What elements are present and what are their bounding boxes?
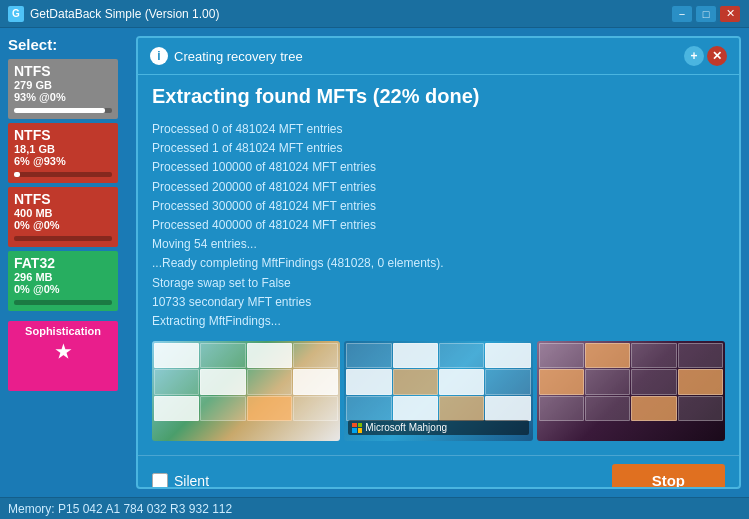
dialog-header-label: Creating recovery tree xyxy=(174,49,303,64)
select-label: Select: xyxy=(8,36,128,53)
stop-button[interactable]: Stop xyxy=(612,464,725,489)
dialog-close-button[interactable]: ✕ xyxy=(707,46,727,66)
drive-type: NTFS xyxy=(14,191,112,207)
log-line: Processed 100000 of 481024 MFT entries xyxy=(152,158,725,177)
sophistication-label: Sophistication xyxy=(14,325,112,337)
ms-logo-icon xyxy=(352,423,362,433)
info-icon: i xyxy=(150,47,168,65)
app-title: GetDataBack Simple (Version 1.00) xyxy=(30,7,219,21)
log-line: Extracting MftFindings... xyxy=(152,312,725,331)
drive-ntfs-1[interactable]: NTFS 279 GB 93% @0% xyxy=(8,59,118,119)
log-line: ...Ready completing MftFindings (481028,… xyxy=(152,254,725,273)
silent-checkbox-input[interactable] xyxy=(152,473,168,489)
log-line: Processed 400000 of 481024 MFT entries xyxy=(152,216,725,235)
drive-fat32[interactable]: FAT32 296 MB 0% @0% xyxy=(8,251,118,311)
thumbnail-2: Microsoft Mahjong xyxy=(344,341,532,441)
log-line: Processed 1 of 481024 MFT entries xyxy=(152,139,725,158)
status-bar: Memory: P15 042 A1 784 032 R3 932 112 xyxy=(0,497,749,519)
thumbnails-area: Microsoft Mahjong xyxy=(152,341,725,441)
drive-ntfs-2[interactable]: NTFS 18,1 GB 6% @93% xyxy=(8,123,118,183)
drive-pct: 0% @0% xyxy=(14,219,112,231)
memory-status: Memory: P15 042 A1 784 032 R3 932 112 xyxy=(8,502,232,516)
thumbnail-3 xyxy=(537,341,725,441)
drive-type: NTFS xyxy=(14,63,112,79)
recovery-dialog: i Creating recovery tree + ✕ Extracting … xyxy=(136,36,741,489)
sidebar: Select: NTFS 279 GB 93% @0% NTFS 18,1 GB… xyxy=(8,36,128,489)
drive-pct: 6% @93% xyxy=(14,155,112,167)
log-line: Moving 54 entries... xyxy=(152,235,725,254)
dialog-add-button[interactable]: + xyxy=(684,46,704,66)
silent-label: Silent xyxy=(174,473,209,489)
title-bar: G GetDataBack Simple (Version 1.00) − □ … xyxy=(0,0,749,28)
sophistication-item[interactable]: Sophistication ★ xyxy=(8,321,118,391)
log-line: Storage swap set to False xyxy=(152,274,725,293)
drive-size: 400 MB xyxy=(14,207,112,219)
log-line: Processed 300000 of 481024 MFT entries xyxy=(152,197,725,216)
log-area: Processed 0 of 481024 MFT entries Proces… xyxy=(152,120,725,331)
dialog-footer: Silent Stop xyxy=(138,455,739,489)
drive-size: 279 GB xyxy=(14,79,112,91)
drive-size: 18,1 GB xyxy=(14,143,112,155)
drive-type: NTFS xyxy=(14,127,112,143)
drive-pct: 93% @0% xyxy=(14,91,112,103)
silent-option[interactable]: Silent xyxy=(152,473,209,489)
thumbnail-label: Microsoft Mahjong xyxy=(348,420,528,435)
maximize-button[interactable]: □ xyxy=(695,5,717,23)
drive-pct: 0% @0% xyxy=(14,283,112,295)
drive-size: 296 MB xyxy=(14,271,112,283)
minimize-button[interactable]: − xyxy=(671,5,693,23)
app-icon: G xyxy=(8,6,24,22)
drive-type: FAT32 xyxy=(14,255,112,271)
log-line: Processed 200000 of 481024 MFT entries xyxy=(152,178,725,197)
log-line: 10733 secondary MFT entries xyxy=(152,293,725,312)
drive-ntfs-3[interactable]: NTFS 400 MB 0% @0% xyxy=(8,187,118,247)
dialog-header: i Creating recovery tree + ✕ xyxy=(138,38,739,75)
close-button[interactable]: ✕ xyxy=(719,5,741,23)
sophistication-star: ★ xyxy=(14,341,112,363)
log-line: Processed 0 of 481024 MFT entries xyxy=(152,120,725,139)
dialog-title: Extracting found MFTs (22% done) xyxy=(152,85,725,108)
dialog-body: Extracting found MFTs (22% done) Process… xyxy=(138,75,739,455)
thumbnail-1 xyxy=(152,341,340,441)
